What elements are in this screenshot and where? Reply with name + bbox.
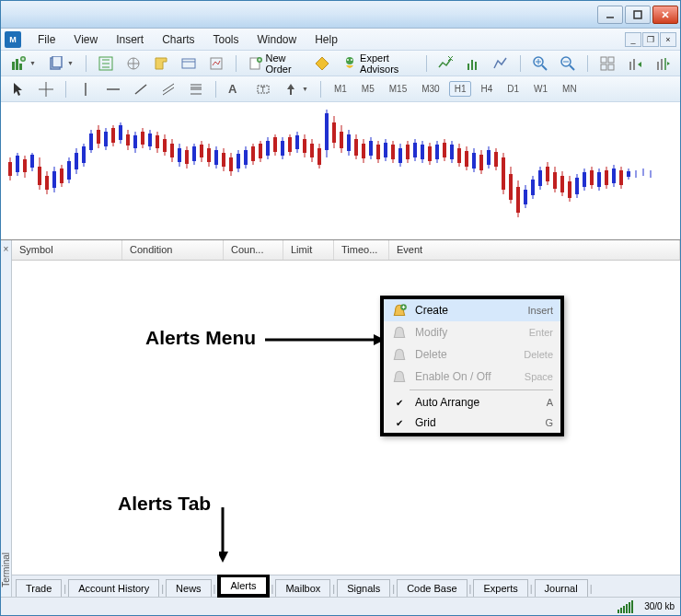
autoscroll-button[interactable] [623, 53, 647, 74]
tf-h4[interactable]: H4 [475, 81, 498, 97]
tab-trade[interactable]: Trade [16, 579, 62, 597]
tile-windows-button[interactable] [595, 53, 619, 74]
zoom-in-button[interactable] [528, 53, 552, 74]
metaquotes-button[interactable] [310, 53, 334, 74]
bell-delete-icon [391, 347, 408, 362]
trendline-button[interactable] [129, 79, 153, 99]
mdi-restore[interactable]: ❐ [642, 32, 659, 47]
svg-rect-134 [266, 141, 270, 156]
menu-insert[interactable]: Insert [107, 31, 153, 48]
col-event[interactable]: Event [389, 240, 680, 260]
tab-mailbox[interactable]: Mailbox [275, 579, 330, 597]
tester-button[interactable] [204, 53, 228, 74]
ctx-create[interactable]: Create Insert [384, 299, 560, 321]
svg-rect-6 [19, 64, 22, 70]
profiles-button[interactable]: ▼ [44, 53, 78, 74]
tf-m15[interactable]: M15 [384, 81, 412, 97]
cursor-button[interactable] [6, 79, 30, 99]
tf-m5[interactable]: M5 [356, 81, 380, 97]
svg-rect-152 [332, 122, 336, 143]
tab-news[interactable]: News [166, 579, 212, 597]
market-watch-button[interactable] [94, 53, 118, 74]
vline-button[interactable] [74, 79, 98, 99]
menu-tools[interactable]: Tools [204, 31, 248, 48]
indicators-button[interactable] [433, 53, 457, 74]
periodicity-button[interactable] [461, 53, 485, 74]
menu-view[interactable]: View [64, 31, 107, 48]
tf-m30[interactable]: M30 [416, 81, 444, 97]
svg-rect-156 [347, 134, 351, 151]
fibo-button[interactable] [184, 79, 208, 99]
templates-button[interactable] [489, 53, 513, 74]
label-button[interactable]: T [251, 79, 275, 99]
svg-rect-230 [619, 170, 623, 185]
svg-rect-44 [608, 64, 614, 70]
crosshair-button[interactable] [34, 79, 58, 99]
svg-rect-33 [475, 62, 477, 70]
col-condition[interactable]: Condition [122, 240, 224, 260]
alerts-context-menu: Create Insert Modify Enter Delete Delete [380, 296, 564, 436]
svg-rect-228 [612, 169, 616, 183]
col-timeout[interactable]: Timeo... [334, 240, 389, 260]
expert-advisors-icon [342, 56, 357, 71]
hline-icon [106, 82, 121, 97]
menu-help[interactable]: Help [306, 31, 347, 48]
navigator-button[interactable] [149, 53, 173, 74]
tf-d1[interactable]: D1 [502, 81, 525, 97]
svg-rect-220 [583, 172, 586, 187]
price-chart[interactable] [1, 102, 680, 240]
menu-charts[interactable]: Charts [153, 31, 203, 48]
svg-rect-232 [627, 171, 630, 177]
tf-h1[interactable]: H1 [449, 81, 472, 97]
svg-rect-216 [568, 181, 571, 198]
zoom-out-button[interactable] [556, 53, 580, 74]
menu-file[interactable]: File [29, 31, 64, 48]
new-chart-button[interactable]: ▼ [6, 53, 40, 74]
tf-mn[interactable]: MN [557, 81, 583, 97]
connection-bars-icon [618, 600, 633, 613]
ctx-grid[interactable]: ✔ Grid G [384, 413, 560, 433]
terminal-button[interactable] [177, 53, 201, 74]
terminal-sidebar: × Terminal [1, 240, 12, 597]
svg-rect-72 [38, 167, 41, 185]
tf-m1[interactable]: M1 [329, 81, 352, 97]
channel-button[interactable] [156, 79, 180, 99]
ctx-autoarrange[interactable]: ✔ Auto Arrange A [384, 392, 560, 413]
tf-w1[interactable]: W1 [528, 81, 553, 97]
mdi-close[interactable]: × [660, 32, 676, 47]
maximize-button[interactable] [625, 6, 651, 24]
tab-codebase[interactable]: Code Base [397, 579, 467, 597]
menu-window[interactable]: Window [248, 31, 306, 48]
svg-rect-48 [661, 59, 663, 70]
close-button[interactable] [652, 6, 678, 24]
minimize-button[interactable] [597, 6, 623, 24]
text-button[interactable]: A [224, 79, 248, 99]
expert-advisors-button[interactable]: Expert Advisors [338, 50, 418, 77]
alerts-tab-highlight: Alerts [217, 574, 269, 598]
svg-rect-148 [317, 148, 321, 165]
mdi-minimize[interactable]: _ [625, 32, 641, 47]
arrows-button[interactable]: ▼ [279, 79, 313, 99]
data-window-button[interactable] [121, 53, 145, 74]
svg-rect-84 [82, 146, 86, 163]
tab-signals[interactable]: Signals [337, 579, 390, 597]
alerts-table-body[interactable]: Alerts Menu Create Insert Modify E [12, 261, 680, 575]
new-order-button[interactable]: New Order [244, 50, 307, 77]
ctx-create-shortcut: Insert [527, 305, 553, 316]
hline-button[interactable] [101, 79, 125, 99]
tab-journal[interactable]: Journal [535, 579, 588, 597]
chart-add-icon [11, 56, 26, 71]
svg-rect-64 [8, 162, 12, 176]
tab-account-history[interactable]: Account History [68, 579, 159, 597]
col-limit[interactable]: Limit [283, 240, 334, 260]
svg-point-27 [347, 59, 349, 61]
tab-alerts[interactable]: Alerts [221, 577, 265, 594]
app-window: M File View Insert Charts Tools Window H… [0, 0, 681, 616]
autoscroll-icon [628, 56, 642, 71]
tab-experts[interactable]: Experts [473, 579, 527, 597]
svg-rect-108 [170, 144, 174, 157]
col-symbol[interactable]: Symbol [12, 240, 122, 260]
col-counter[interactable]: Coun... [224, 240, 283, 260]
shift-button[interactable] [651, 53, 675, 74]
terminal-close-button[interactable]: × [4, 240, 9, 258]
